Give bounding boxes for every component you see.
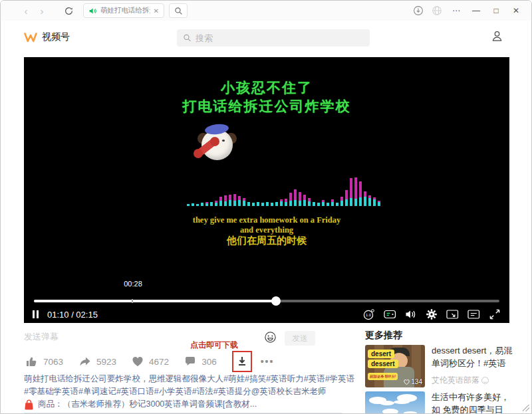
header-search[interactable] [177,29,370,47]
heart-icon [404,379,410,385]
heart-icon [132,356,144,367]
subtitle-en-1: they give me extra homework on a Friday [24,215,509,225]
audio-equalizer [187,171,386,206]
recommendation-card[interactable]: desert dessert 易混/必备 秒区分! 134 dessert de… [365,345,515,387]
download-button-highlight[interactable] [232,351,252,372]
recommendation-title[interactable]: dessert desert，易混 单词秒区分！#英语 #... [432,345,515,370]
thumb-like-count: 134 [404,378,422,385]
picture-in-picture-icon[interactable] [446,309,459,320]
progress-played [34,300,276,302]
progress-bar[interactable]: 00:28 [34,298,499,304]
video-description[interactable]: 萌娃打电话给拆迁公司要炸学校，思维逻辑都很像大人#萌娃#搞笑#英语听力#英语#学… [24,373,355,398]
favorite-stat[interactable]: 4672 [132,356,169,367]
like-count: 7063 [43,357,63,367]
danmaku-toggle-icon[interactable] [384,309,396,320]
comment-bubble-icon [184,356,196,367]
channels-brand[interactable]: 视频号 [23,31,70,43]
maximize-icon[interactable]: □ [486,6,506,15]
dog-sticker [196,124,239,165]
video-player[interactable]: 小孩忍不住了 打电话给拆迁公司炸学校 they give me extra ho… [24,57,509,323]
recommendations-heading: 更多推荐 [365,330,515,342]
video-list-icon[interactable] [467,309,480,320]
video-overlay-title-1: 小孩忍不住了 [24,78,509,97]
like-stat[interactable]: 7063 [25,356,63,367]
progress-handle[interactable] [271,296,281,306]
browser-window: ‹ › 萌娃打电话给拆迁公司要炸学 ✕ ⋯ — □ ✕ [0,0,532,414]
menu-icon[interactable]: ⋯ [446,6,466,15]
stats-row: 7063 5923 4672 306 ••• [25,351,274,372]
window-controls: ⋯ — □ ✕ [409,5,531,16]
recommendation-thumbnail[interactable] [365,391,425,414]
playback-speed-icon[interactable]: 1.0 [362,308,375,321]
comment-stat[interactable]: 306 [184,356,217,367]
fullscreen-icon[interactable] [489,308,501,320]
thumb-label: desert [368,350,394,358]
search-input[interactable] [196,33,364,43]
danmaku-bar: 点击即可下载 发送 [24,331,342,347]
brand-label: 视频号 [42,31,70,43]
hover-tick [132,299,133,303]
recommendation-card[interactable]: 生活中有许多美好，如 免费的四季与日落、... [365,391,515,414]
volume-icon[interactable] [405,309,417,320]
thumbs-up-icon [25,356,38,367]
recommendation-title[interactable]: 生活中有许多美好，如 免费的四季与日落、... [432,391,515,414]
video-overlay-title-2: 打电话给拆迁公司炸学校 [24,97,509,116]
browser-tab[interactable]: 萌娃打电话给拆迁公司要炸学 ✕ [83,3,164,18]
favorite-count: 4672 [149,357,169,367]
resize-grip[interactable] [523,405,529,411]
share-count: 5923 [96,357,116,367]
browser-chrome: ‹ › 萌娃打电话给拆迁公司要炸学 ✕ ⋯ — □ ✕ [1,1,531,21]
hover-time-label: 00:28 [120,280,146,288]
pause-button[interactable] [33,310,39,318]
search-icon [183,33,192,43]
subtitle-en-2: and everything [24,225,509,235]
product-bag-icon [24,399,34,410]
subtitle-zh: 他们在周五的时候 [24,235,509,247]
product-row[interactable]: 商品：（吉米老师推荐）秒记3000英语单词音频课[含教材... [24,399,342,410]
download-hint-annotation: 点击即可下载 [190,340,238,351]
site-header: 视频号 [1,21,531,55]
minimize-icon[interactable]: — [466,6,486,15]
send-button[interactable]: 发送 [285,331,315,346]
share-arrow-icon [78,356,91,367]
emoji-icon[interactable] [264,331,277,346]
channel-badge-icon [481,377,489,384]
more-options-icon[interactable]: ••• [261,356,275,367]
divider [24,413,342,413]
comment-count: 306 [201,357,217,367]
nav-back-icon[interactable]: ‹ [18,5,34,17]
thumb-label: dessert [368,360,398,368]
recommendation-thumbnail[interactable]: desert dessert 易混/必备 秒区分! 134 [365,345,425,387]
svg-text:1.0: 1.0 [366,313,371,317]
player-controls: 01:10 / 02:15 1.0 [33,307,501,322]
tab-close-icon[interactable]: ✕ [154,7,159,15]
close-icon[interactable]: ✕ [506,6,526,15]
new-tab-search-button[interactable] [169,3,188,18]
tab-title: 萌娃打电话给拆迁公司要炸学 [100,6,150,15]
thumb-sublabel: 易混/必备 秒区分! [368,373,398,380]
share-stat[interactable]: 5923 [78,356,116,367]
tab-audio-icon [88,7,97,15]
download-manager-icon[interactable] [409,5,428,16]
recommendations-sidebar: 更多推荐 desert dessert 易混/必备 秒区分! 134 desse… [365,330,515,342]
globe-icon[interactable] [428,5,446,16]
channels-logo-icon [23,32,38,43]
recommendation-channel[interactable]: 艾伦英语部落 [432,375,515,386]
product-link[interactable]: 商品：（吉米老师推荐）秒记3000英语单词音频课[含教材... [38,399,257,410]
download-icon [236,356,248,367]
nav-forward-icon[interactable]: › [34,5,50,17]
refresh-icon[interactable] [59,6,78,16]
profile-icon[interactable] [491,30,503,45]
settings-gear-icon[interactable] [426,308,438,320]
time-display: 01:10 / 02:15 [47,310,98,320]
